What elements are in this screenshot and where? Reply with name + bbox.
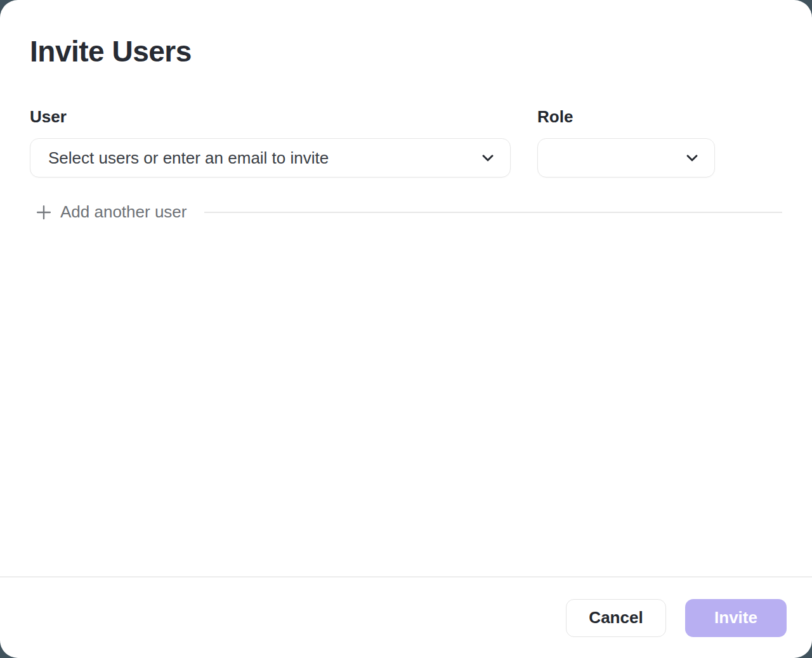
user-select-placeholder: Select users or enter an email to invite — [48, 148, 480, 168]
add-user-divider — [204, 212, 782, 213]
page-title: Invite Users — [30, 34, 782, 69]
role-field-group: Role — [537, 107, 715, 177]
add-another-user-button[interactable]: Add another user — [30, 202, 190, 222]
user-field-label: User — [30, 107, 511, 127]
dialog-footer: Cancel Invite — [0, 576, 812, 658]
role-field-label: Role — [537, 107, 715, 127]
user-field-group: User Select users or enter an email to i… — [30, 107, 511, 177]
user-role-row: User Select users or enter an email to i… — [30, 107, 782, 177]
user-select[interactable]: Select users or enter an email to invite — [30, 138, 511, 177]
invite-button[interactable]: Invite — [685, 599, 787, 637]
add-user-row: Add another user — [30, 202, 782, 222]
add-another-user-label: Add another user — [60, 202, 187, 222]
role-select[interactable] — [537, 138, 715, 177]
cancel-button[interactable]: Cancel — [566, 599, 666, 637]
chevron-down-icon — [480, 150, 496, 166]
invite-users-dialog: Invite Users User Select users or enter … — [0, 0, 812, 658]
chevron-down-icon — [684, 150, 700, 166]
dialog-body: Invite Users User Select users or enter … — [0, 0, 812, 576]
plus-icon — [35, 203, 53, 221]
